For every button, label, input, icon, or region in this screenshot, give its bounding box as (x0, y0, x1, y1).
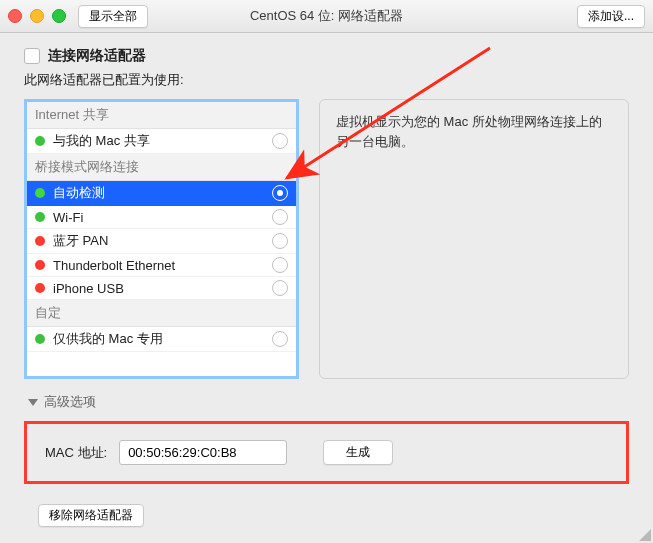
resize-grip-icon[interactable] (639, 529, 651, 541)
section-internet-sharing: Internet 共享 (27, 102, 296, 129)
radio-icon[interactable] (272, 185, 288, 201)
option-label: iPhone USB (53, 281, 264, 296)
option-label: 与我的 Mac 共享 (53, 132, 264, 150)
connect-adapter-label: 连接网络适配器 (48, 47, 146, 65)
radio-icon[interactable] (272, 331, 288, 347)
option-mac-only[interactable]: 仅供我的 Mac 专用 (27, 327, 296, 352)
radio-icon[interactable] (272, 133, 288, 149)
zoom-icon[interactable] (52, 9, 66, 23)
minimize-icon[interactable] (30, 9, 44, 23)
option-label: Wi-Fi (53, 210, 264, 225)
option-label: 蓝牙 PAN (53, 232, 264, 250)
option-bluetooth-pan[interactable]: 蓝牙 PAN (27, 229, 296, 254)
option-share-with-mac[interactable]: 与我的 Mac 共享 (27, 129, 296, 154)
status-dot-icon (35, 212, 45, 222)
section-custom: 自定 (27, 300, 296, 327)
status-dot-icon (35, 260, 45, 270)
remove-adapter-button[interactable]: 移除网络适配器 (38, 504, 144, 527)
option-label: 仅供我的 Mac 专用 (53, 330, 264, 348)
section-bridged: 桥接模式网络连接 (27, 154, 296, 181)
close-icon[interactable] (8, 9, 22, 23)
network-source-list[interactable]: Internet 共享 与我的 Mac 共享 桥接模式网络连接 自动检测 Wi-… (24, 99, 299, 379)
window-traffic-lights[interactable] (8, 9, 66, 23)
show-all-button[interactable]: 显示全部 (78, 5, 148, 28)
option-wifi[interactable]: Wi-Fi (27, 206, 296, 229)
mac-address-section: MAC 地址: 生成 (24, 421, 629, 484)
add-device-button[interactable]: 添加设... (577, 5, 645, 28)
connect-adapter-checkbox[interactable] (24, 48, 40, 64)
radio-icon[interactable] (272, 209, 288, 225)
adapter-config-desc: 此网络适配器已配置为使用: (24, 71, 629, 89)
radio-icon[interactable] (272, 257, 288, 273)
generate-mac-button[interactable]: 生成 (323, 440, 393, 465)
option-thunderbolt[interactable]: Thunderbolt Ethernet (27, 254, 296, 277)
option-label: Thunderbolt Ethernet (53, 258, 264, 273)
radio-icon[interactable] (272, 280, 288, 296)
advanced-options-disclosure[interactable]: 高级选项 (28, 393, 629, 411)
mac-address-label: MAC 地址: (45, 444, 107, 462)
chevron-down-icon (28, 399, 38, 406)
option-description-panel: 虚拟机显示为您的 Mac 所处物理网络连接上的另一台电脑。 (319, 99, 629, 379)
status-dot-icon (35, 236, 45, 246)
option-iphone-usb[interactable]: iPhone USB (27, 277, 296, 300)
status-dot-icon (35, 283, 45, 293)
option-auto-detect[interactable]: 自动检测 (27, 181, 296, 206)
radio-icon[interactable] (272, 233, 288, 249)
advanced-options-label: 高级选项 (44, 393, 96, 411)
option-label: 自动检测 (53, 184, 264, 202)
mac-address-input[interactable] (119, 440, 287, 465)
status-dot-icon (35, 188, 45, 198)
status-dot-icon (35, 334, 45, 344)
status-dot-icon (35, 136, 45, 146)
